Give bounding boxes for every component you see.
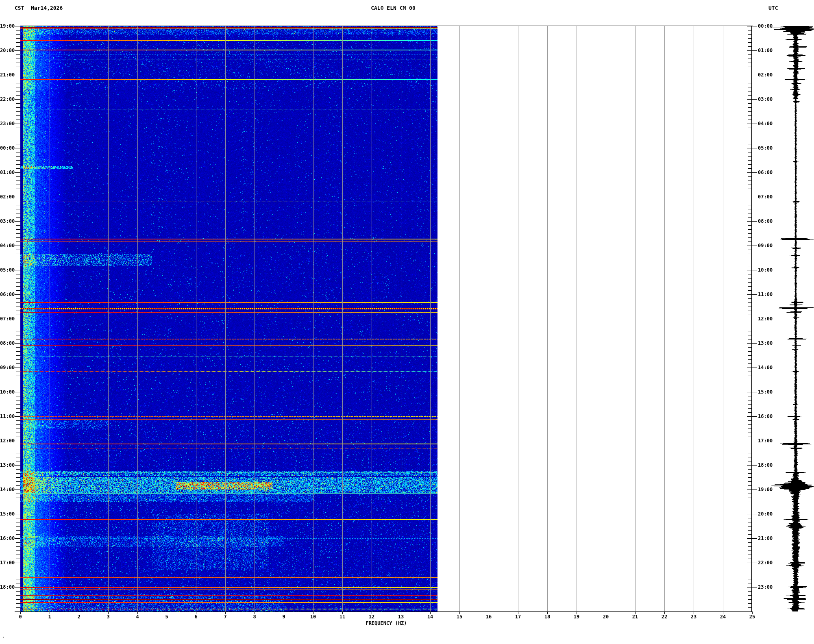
- freq-axis-label: 18: [541, 614, 553, 620]
- freq-axis-label: 2: [73, 614, 85, 620]
- right-axis-label: 02:00: [758, 72, 773, 78]
- right-axis-label: 05:00: [758, 145, 773, 151]
- freq-axis-label: 6: [190, 614, 202, 620]
- freq-axis-label: 0: [14, 614, 26, 620]
- right-axis-label: 13:00: [758, 340, 773, 346]
- right-axis-label: 09:00: [758, 243, 773, 248]
- left-axis-label: 05:00: [0, 267, 15, 273]
- left-axis-label: 23:00: [0, 121, 15, 126]
- freq-axis-label: 22: [658, 614, 670, 620]
- right-axis-label: 20:00: [758, 511, 773, 517]
- left-axis-label: 22:00: [0, 96, 15, 102]
- left-axis-label: 01:00: [0, 170, 15, 175]
- right-axis-label: 11:00: [758, 292, 773, 297]
- spectrogram-and-trace-canvas: [0, 0, 814, 644]
- left-axis-label: 21:00: [0, 72, 15, 78]
- spectrogram-page: CST Mar14,2026 CALO ELN CM 00 UTC FREQUE…: [0, 0, 814, 644]
- freq-axis-label: 17: [512, 614, 524, 620]
- right-axis-label: 12:00: [758, 316, 773, 322]
- freq-axis-label: 5: [161, 614, 173, 620]
- left-axis-label: 03:00: [0, 218, 15, 224]
- left-axis-label: 06:00: [0, 292, 15, 297]
- right-axis-label: 00:00: [758, 23, 773, 29]
- left-axis-label: 02:00: [0, 194, 15, 200]
- left-axis-label: 20:00: [0, 48, 15, 53]
- right-axis-label: 04:00: [758, 121, 773, 126]
- freq-axis-label: 11: [336, 614, 348, 620]
- right-axis-label: 01:00: [758, 48, 773, 53]
- freq-axis-label: 4: [131, 614, 144, 620]
- freq-axis-label: 19: [570, 614, 583, 620]
- freq-axis-label: 21: [629, 614, 641, 620]
- right-axis-label: 14:00: [758, 365, 773, 370]
- freq-axis-label: 8: [248, 614, 261, 620]
- left-axis-label: 16:00: [0, 535, 15, 541]
- freq-axis-label: 12: [366, 614, 378, 620]
- right-axis-label: 22:00: [758, 560, 773, 566]
- left-axis-label: 00:00: [0, 145, 15, 151]
- freq-axis-label: 9: [278, 614, 290, 620]
- freq-axis-label: 24: [717, 614, 729, 620]
- right-axis-label: 21:00: [758, 535, 773, 541]
- left-axis-label: 07:00: [0, 316, 15, 322]
- freq-axis-label: 16: [483, 614, 495, 620]
- left-axis-label: 13:00: [0, 462, 15, 468]
- freq-axis-label: 14: [424, 614, 436, 620]
- freq-axis-title: FREQUENCY (HZ): [346, 620, 427, 626]
- right-axis-label: 03:00: [758, 96, 773, 102]
- freq-axis-label: 1: [44, 614, 56, 620]
- right-axis-label: 18:00: [758, 462, 773, 468]
- right-axis-label: 19:00: [758, 487, 773, 492]
- left-axis-label: 04:00: [0, 243, 15, 248]
- right-axis-label: 07:00: [758, 194, 773, 200]
- station-title: CALO ELN CM 00: [353, 5, 434, 11]
- left-axis-label: 10:00: [0, 389, 15, 395]
- corner-glyph: ₘ: [2, 635, 4, 639]
- freq-axis-label: 15: [453, 614, 466, 620]
- freq-axis-label: 13: [395, 614, 407, 620]
- timezone-left-label: CST: [15, 5, 24, 11]
- left-axis-label: 09:00: [0, 365, 15, 370]
- left-axis-label: 08:00: [0, 340, 15, 346]
- right-axis-label: 17:00: [758, 438, 773, 444]
- date-label: Mar14,2026: [31, 5, 63, 11]
- left-axis-label: 15:00: [0, 511, 15, 517]
- right-axis-label: 23:00: [758, 584, 773, 590]
- freq-axis-label: 3: [102, 614, 114, 620]
- right-axis-label: 08:00: [758, 218, 773, 224]
- left-axis-label: 18:00: [0, 584, 15, 590]
- left-axis-label: 11:00: [0, 413, 15, 419]
- left-axis-label: 14:00: [0, 487, 15, 492]
- freq-axis-label: 23: [688, 614, 700, 620]
- freq-axis-label: 20: [600, 614, 612, 620]
- left-axis-label: 19:00: [0, 23, 15, 29]
- right-axis-label: 15:00: [758, 389, 773, 395]
- right-axis-label: 16:00: [758, 413, 773, 419]
- freq-axis-label: 25: [746, 614, 758, 620]
- freq-axis-label: 7: [219, 614, 231, 620]
- right-axis-label: 10:00: [758, 267, 773, 273]
- freq-axis-label: 10: [307, 614, 319, 620]
- left-axis-label: 12:00: [0, 438, 15, 444]
- right-axis-label: 06:00: [758, 170, 773, 175]
- timezone-right-label: UTC: [768, 5, 778, 11]
- left-axis-label: 17:00: [0, 560, 15, 566]
